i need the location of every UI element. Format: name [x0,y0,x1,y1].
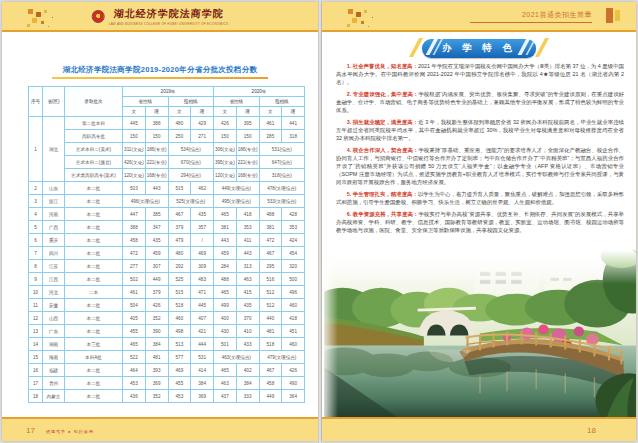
score-cell: 447 [123,208,146,221]
province-cell: 河南 [43,208,65,221]
score-cell: 465 [214,364,237,377]
score-cell: 277 [123,260,146,273]
score-cell: 430 [214,325,237,338]
score-cell: 502 [123,273,146,286]
score-cell: 513 [168,338,191,351]
score-cell: 516 [259,273,282,286]
table-row: 9江西本二批502449525483488463516500 [29,273,305,286]
score-cell: 150 [145,130,168,143]
score-cell: 347 [145,221,168,234]
page-number-left: 17 [26,426,35,435]
row-number-cell: 2 [29,182,43,195]
left-header-band: 湖北经济学院法商学院 LAW AND BUSINESS COLLEGE OF H… [2,2,318,32]
score-cell: 471 [191,286,214,299]
score-cell: 445 [191,299,214,312]
row-number-cell: 1 [29,117,43,182]
score-cell: 480 [168,117,191,130]
college-name-calligraphy: 湖北经济学院法商学院 [113,7,224,21]
score-cell: / [191,234,214,247]
batch-cell: 本二批 [65,260,123,273]
score-cell: 458 [259,377,282,390]
score-cell: 464 [123,364,146,377]
row-number-cell: 13 [29,325,43,338]
table-header-cell: 录取批次 [65,87,123,117]
score-cell: 415 [236,286,259,299]
score-cell: 221(专业) [236,156,259,169]
batch-cell: 本二批 [65,208,123,221]
brochure-spread: 湖北经济学院法商学院 LAW AND BUSINESS COLLEGE OF H… [0,0,638,443]
score-cell: 472 [123,247,146,260]
row-number-cell: 8 [29,260,43,273]
table-header-cell: 省控线 [123,97,169,107]
batch-cell: 艺术类高职高专(美术) [65,169,123,182]
score-cell: 292 [168,260,191,273]
page-number-right: 18 [587,426,596,435]
province-cell: 山东 [43,182,65,195]
paragraph-lead: 5. 学生管理扎实，精准度高： [347,191,418,197]
batch-cell: 本科A批 [65,351,123,364]
score-cell: 501 [214,338,237,351]
score-cell: 436 [123,390,146,403]
score-cell: 443 [214,234,237,247]
table-header-cell: 2020年 [214,87,305,97]
table-header-cell: 省(区) [43,87,65,117]
score-cell: 433 [236,338,259,351]
table-row: 5广西本二批388347379357381353381353 [29,221,305,234]
score-cell: 534(综合) [168,143,214,156]
score-cell: 499 [214,299,237,312]
province-cell: 湖北 [43,117,65,182]
batch-cell: 艺术本科二(美术) [65,143,123,156]
province-cell: 广东 [43,325,65,338]
score-cell: 411 [236,234,259,247]
score-cell: 453 [123,377,146,390]
score-cell: 418 [282,312,305,325]
batch-cell: 本二批 [65,234,123,247]
score-cell: 488 [259,208,282,221]
score-cell: 500 [282,273,305,286]
score-cell: 512 [259,299,282,312]
score-cell: 444 [191,338,214,351]
score-cell: 460 [168,312,191,325]
section-title: 办 学 特 色 [442,42,516,53]
table-row: 10河北二本461379515471465415512496 [29,286,305,299]
score-cell: 459 [145,247,168,260]
score-cell: 670(综合) [168,156,214,169]
decorative-slash [535,38,549,57]
table-row: 艺术类高职高专(美术)120(文化)168(专业)294(综合)120(文化)1… [29,169,305,182]
score-cell: 369 [191,390,214,403]
score-cell: 479(文理综合) [259,351,305,364]
batch-cell: 本二批 [65,312,123,325]
batch-cell: 本二批 [65,390,123,403]
table-header-cell: 理 [191,107,214,117]
table-row: 16福建本二批464393469414465402467426 [29,364,305,377]
score-cell: 410 [236,325,259,338]
paragraph-lead: 1. 社会声誉优良，知名度高： [347,63,418,69]
table-header-cell: 文 [168,107,191,117]
table-row: 14湖南本三批465384513444501433518460 [29,338,305,351]
score-cell: 449 [145,273,168,286]
score-cell: 454 [282,247,305,260]
batch-cell: 本二批 [65,273,123,286]
score-cell: 309 [191,260,214,273]
score-cell: 306(文化) [214,143,237,156]
batch-cell: 本二批 [65,325,123,338]
score-cell: 531(综合) [259,143,305,156]
score-cell: 426 [214,117,237,130]
score-cell: 186(专业) [236,143,259,156]
batch-cell: 第二批本科 [65,117,123,130]
score-cell: 449(文理综合) [214,182,260,195]
score-cell: 522 [123,351,146,364]
score-cell: 440 [259,312,282,325]
score-cell: 462 [191,182,214,195]
college-name-english: LAW AND BUSINESS COLLEGE OF HUBEI UNIVER… [109,22,229,26]
score-cell: 480 [168,247,191,260]
score-cell: 483 [191,273,214,286]
college-logo: 湖北经济学院法商学院 LAW AND BUSINESS COLLEGE OF H… [92,7,229,26]
table-row: 8江苏本二批277307292309284313295320 [29,260,305,273]
right-header-band: 2021普通类招生简章 [322,2,636,32]
row-number-cell: 4 [29,208,43,221]
score-cell: 320 [282,260,305,273]
score-cell: 428 [282,208,305,221]
score-cell: 405 [123,312,146,325]
score-cell: 455 [123,325,146,338]
